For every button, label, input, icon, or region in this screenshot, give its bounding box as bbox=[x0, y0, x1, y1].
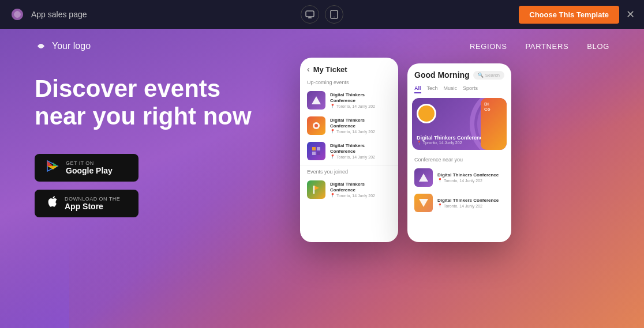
event-name-2: Digital Thinkers Conference bbox=[330, 118, 391, 130]
tab-sports[interactable]: Sports bbox=[463, 85, 478, 93]
svg-rect-12 bbox=[312, 152, 316, 155]
svg-point-9 bbox=[314, 124, 318, 127]
nearby-thumb-2 bbox=[414, 194, 433, 212]
mobile-preview-btn[interactable] bbox=[325, 5, 343, 24]
phone2-header: Good Morning 🔍 Search bbox=[407, 63, 511, 83]
phone2-tabs: All Tech Music Sports bbox=[407, 83, 511, 98]
nearby-info-1: Digital Thinkers Conference 📍 Toronto, 1… bbox=[437, 172, 504, 183]
pin-icon-featured: 📍 bbox=[417, 141, 422, 145]
nearby-location-1: 📍 Toronto, 14 Junly 202 bbox=[437, 178, 504, 183]
site-nav: REGIONS PARTNERS BLOG bbox=[470, 42, 609, 51]
pin-icon-1: 📍 bbox=[330, 104, 335, 108]
preview-icon-btn[interactable] bbox=[301, 5, 319, 24]
pin-icon-3: 📍 bbox=[330, 154, 335, 159]
phone1-joined-event: Digital Thinkers Conference 📍 Toronto, 1… bbox=[300, 177, 398, 202]
featured-card: Digital Thinkers Conference 📍 Tpronto, 1… bbox=[412, 98, 507, 150]
featured-card-content: Digital Thinkers Conference 📍 Tpronto, 1… bbox=[417, 135, 486, 145]
phone1-event-3: Digital Thinkers Conference 📍 Toronto, 1… bbox=[300, 138, 398, 164]
phone2-nearby-event-2: Digital Thinkers Conference 📍 Toronto, 1… bbox=[407, 190, 511, 216]
phones-container: ‹ My Ticket Up-coming events Digital Thi… bbox=[300, 58, 511, 242]
triangle-icon bbox=[311, 95, 321, 105]
flag-icon bbox=[311, 184, 321, 195]
topbar: App sales page Choose This Template ✕ bbox=[0, 0, 644, 29]
svg-rect-13 bbox=[317, 152, 320, 155]
event-location-2: 📍 Toronto, 14 Junly 202 bbox=[330, 129, 391, 134]
choose-template-button[interactable]: Choose This Template bbox=[519, 6, 619, 24]
phone1-upcoming-label: Up-coming events bbox=[300, 77, 398, 88]
svg-rect-10 bbox=[312, 147, 316, 150]
nearby-triangle-icon bbox=[418, 172, 429, 183]
topbar-left: App sales page bbox=[9, 6, 87, 22]
nearby-thumb-1 bbox=[414, 168, 433, 187]
app-logo-icon bbox=[9, 6, 25, 22]
event-info-1: Digital Thinkers Conference 📍 Toronto, 1… bbox=[330, 92, 391, 109]
phone2-nearby-label: Conference near you bbox=[407, 154, 511, 165]
phone-mockup-1: ‹ My Ticket Up-coming events Digital Thi… bbox=[300, 58, 398, 242]
event-name-3: Digital Thinkers Conference bbox=[330, 143, 391, 155]
phone1-header: ‹ My Ticket bbox=[300, 58, 398, 77]
phone1-event-1: Digital Thinkers Conference 📍 Toronto, 1… bbox=[300, 88, 398, 113]
svg-marker-7 bbox=[312, 96, 321, 104]
mobile-icon bbox=[330, 10, 338, 19]
logo-text: Your logo bbox=[52, 41, 91, 51]
event-thumb-3 bbox=[307, 142, 325, 160]
circle-icon bbox=[311, 120, 321, 131]
featured-title: Digital Thinkers Conference bbox=[417, 135, 486, 141]
app-store-button[interactable]: Download on the App Store bbox=[35, 190, 138, 217]
nearby-tri2-icon bbox=[418, 198, 429, 208]
event-location-joined: 📍 Toronto, 14 Junly 202 bbox=[330, 193, 391, 198]
event-info-3: Digital Thinkers Conference 📍 Toronto, 1… bbox=[330, 143, 391, 160]
google-play-icon bbox=[46, 160, 59, 176]
event-thumb-1 bbox=[307, 91, 325, 110]
tab-music[interactable]: Music bbox=[444, 85, 458, 93]
phone2-title: Good Morning bbox=[414, 70, 470, 80]
pin-icon-joined: 📍 bbox=[330, 193, 335, 198]
phone2-search[interactable]: 🔍 Search bbox=[473, 71, 504, 80]
phone1-title: My Ticket bbox=[313, 65, 347, 74]
app-store-text: Download on the App Store bbox=[65, 196, 120, 211]
search-icon: 🔍 bbox=[478, 73, 484, 78]
nav-partners[interactable]: PARTNERS bbox=[525, 42, 568, 51]
featured-location: 📍 Tpronto, 14 Junly 202 bbox=[417, 141, 486, 145]
main-content: Your logo REGIONS PARTNERS BLOG Discover… bbox=[0, 29, 644, 328]
topbar-center-icons bbox=[301, 5, 343, 24]
nav-regions[interactable]: REGIONS bbox=[470, 42, 507, 51]
google-play-text: GET IT ON Google Play bbox=[66, 160, 113, 175]
nav-blog[interactable]: BLOG bbox=[587, 42, 609, 51]
site-logo: Your logo bbox=[35, 40, 91, 52]
monitor-icon bbox=[305, 10, 314, 19]
pin-icon-nearby2: 📍 bbox=[437, 203, 443, 208]
svg-marker-15 bbox=[314, 186, 319, 190]
svg-rect-0 bbox=[306, 11, 314, 17]
svg-marker-20 bbox=[419, 199, 428, 207]
back-arrow-icon: ‹ bbox=[307, 65, 310, 74]
svg-rect-14 bbox=[313, 186, 314, 194]
svg-point-2 bbox=[334, 17, 335, 18]
nearby-name-1: Digital Thinkers Conference bbox=[437, 172, 504, 178]
event-name-joined: Digital Thinkers Conference bbox=[330, 182, 391, 194]
event-thumb-2 bbox=[307, 116, 325, 135]
svg-marker-5 bbox=[47, 166, 58, 169]
google-play-button[interactable]: GET IT ON Google Play bbox=[35, 154, 138, 182]
topbar-title: App sales page bbox=[31, 10, 87, 19]
phone1-event-2: Digital Thinkers Conference 📍 Toronto, 1… bbox=[300, 113, 398, 138]
nearby-location-2: 📍 Toronto, 14 Junly 202 bbox=[437, 203, 504, 208]
divider-1 bbox=[300, 165, 398, 165]
store-buttons: GET IT ON Google Play Download on the Ap… bbox=[35, 154, 277, 217]
grid-icon bbox=[311, 146, 321, 156]
phone-mockup-2: Good Morning 🔍 Search All Tech Music Spo… bbox=[407, 63, 511, 242]
topbar-right: Choose This Template ✕ bbox=[519, 6, 635, 24]
peek-card-text: DiCo bbox=[481, 98, 507, 115]
nearby-name-2: Digital Thinkers Conference bbox=[437, 198, 504, 203]
tab-tech[interactable]: Tech bbox=[427, 85, 438, 93]
event-info-2: Digital Thinkers Conference 📍 Toronto, 1… bbox=[330, 118, 391, 134]
svg-rect-11 bbox=[317, 147, 320, 150]
hero-heading: Discover events near you right now bbox=[35, 75, 277, 131]
apple-icon bbox=[46, 195, 58, 212]
close-button[interactable]: ✕ bbox=[626, 8, 635, 21]
pin-icon-2: 📍 bbox=[330, 129, 335, 134]
svg-marker-19 bbox=[419, 174, 428, 182]
tab-all[interactable]: All bbox=[414, 85, 421, 93]
hero-content: Discover events near you right now GET I… bbox=[35, 75, 277, 217]
phone1-joined-label: Events you joined bbox=[300, 167, 398, 177]
